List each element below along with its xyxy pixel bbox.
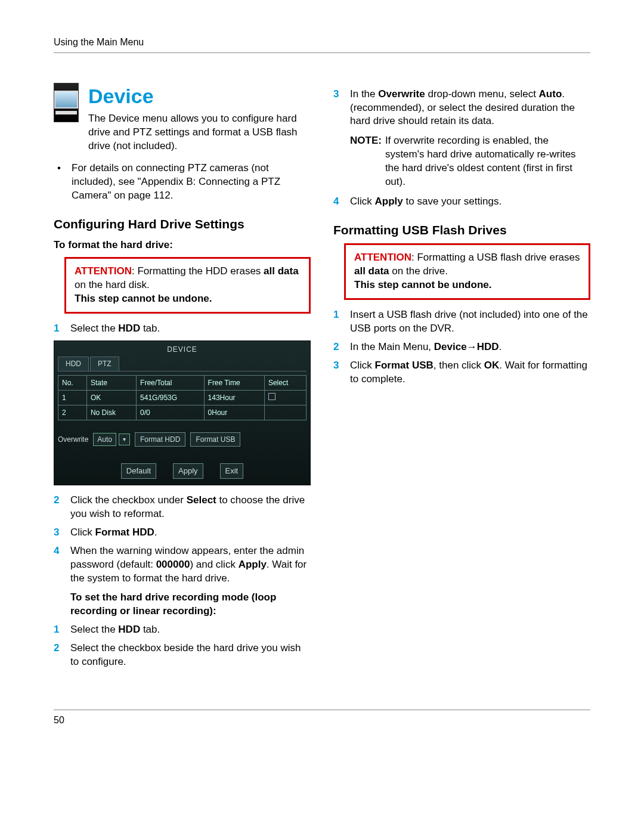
apply-button[interactable]: Apply	[173, 463, 203, 479]
list-item: 2 Click the checkbox under Select to cho…	[54, 494, 311, 521]
bold: Auto	[539, 88, 562, 100]
attention-bold1: all data	[264, 265, 299, 277]
attention-text2: on the drive.	[389, 265, 448, 277]
col-select: Select	[264, 375, 306, 390]
text: ) and click	[190, 559, 238, 570]
step-number: 1	[54, 623, 64, 637]
list-item: 2 Select the checkbox beside the hard dr…	[54, 642, 311, 669]
dvr-controls-row: Overwrite Auto ▾ Format HDD Format USB	[58, 432, 306, 447]
text: tab.	[140, 624, 160, 635]
bold: Format USB	[375, 360, 434, 371]
step-body: Insert a USB flash drive (not included) …	[350, 308, 590, 336]
format-usb-button[interactable]: Format USB	[190, 432, 240, 447]
format-hdd-button[interactable]: Format HDD	[135, 432, 185, 447]
attention-hdd-box: ATTENTION: Formatting the HDD erases all…	[64, 257, 311, 314]
step-number: 3	[333, 88, 344, 129]
default-button[interactable]: Default	[121, 463, 156, 479]
overwrite-note: NOTE: If overwrite recording is enabled,…	[350, 134, 590, 189]
attention-text1: : Formatting a USB flash drive erases	[411, 252, 580, 263]
step-body: Select the HDD tab.	[70, 322, 311, 336]
cell: 541G/953G	[137, 390, 204, 405]
dvr-hdd-table: No. State Free/Total Free Time Select 1 …	[58, 375, 306, 421]
exit-button[interactable]: Exit	[220, 463, 244, 479]
note-body: If overwrite recording is enabled, the s…	[385, 134, 590, 189]
col-state: State	[86, 375, 136, 390]
device-intro: The Device menu allows you to configure …	[88, 112, 311, 153]
cell	[264, 390, 306, 405]
right-steps-continued: 3 In the Overwrite drop-down menu, selec…	[333, 88, 590, 129]
page-header: Using the Main Menu	[54, 36, 590, 53]
table-row: 2 No Disk 0/0 0Hour	[58, 405, 306, 420]
keyboard-icon	[55, 111, 77, 114]
step-number: 2	[54, 494, 64, 521]
bold: Apply	[239, 559, 267, 570]
text: Select the	[70, 323, 118, 334]
step-body: In the Overwrite drop-down menu, select …	[350, 88, 590, 129]
device-heading-row: Device The Device menu allows you to con…	[54, 83, 311, 154]
attention-label: ATTENTION	[75, 265, 132, 277]
step-number: 3	[333, 359, 344, 386]
col-time: Free Time	[204, 375, 264, 390]
text: In the	[350, 88, 378, 100]
attention-text1: : Formatting the HDD erases	[132, 265, 264, 277]
list-item: 2 In the Main Menu, Device→HDD.	[333, 340, 590, 354]
text: In the Main Menu,	[350, 341, 434, 352]
note-label: NOTE:	[350, 134, 382, 189]
tab-hdd[interactable]: HDD	[58, 357, 89, 370]
text: .	[499, 341, 501, 352]
dvr-tabs: HDD PTZ	[58, 357, 306, 371]
table-row: No. State Free/Total Free Time Select	[58, 375, 306, 390]
recording-mode-label: To set the hard drive recording mode (lo…	[70, 591, 311, 618]
attention-final1: This step cannot be undone.	[75, 293, 212, 304]
step-body: Click Format HDD.	[70, 526, 311, 540]
list-item: 1 Select the HDD tab.	[54, 322, 311, 336]
list-item: 4 When the warning window appears, enter…	[54, 544, 311, 586]
bold: Device→HDD	[434, 341, 499, 352]
list-item: 3 In the Overwrite drop-down menu, selec…	[333, 88, 590, 129]
step-body: Click the checkbox under Select to choos…	[70, 494, 311, 521]
text: Select the	[70, 624, 118, 635]
step-number: 1	[333, 308, 344, 336]
step-body: Click Apply to save your settings.	[350, 195, 590, 209]
cell: No Disk	[86, 405, 136, 420]
step-number: 3	[54, 526, 64, 540]
attention-label: ATTENTION	[354, 252, 411, 263]
text: to save your settings.	[403, 196, 501, 207]
ptz-bullet: • For details on connecting PTZ cameras …	[57, 162, 311, 203]
dvr-window-title: DEVICE	[58, 345, 306, 354]
cell: 1	[58, 390, 87, 405]
overwrite-select[interactable]: Auto ▾	[93, 433, 130, 446]
bold: Apply	[375, 196, 403, 207]
step-number: 4	[54, 544, 64, 586]
attention-final2: This step cannot be undone.	[354, 279, 491, 290]
attention-usb-box: ATTENTION: Formatting a USB flash drive …	[344, 243, 590, 300]
text: drop-down menu, select	[425, 88, 539, 100]
bold: Format HDD	[95, 527, 154, 538]
attention-text2: on the hard disk.	[75, 279, 150, 290]
step-number: 1	[54, 322, 64, 336]
step-body: Select the HDD tab.	[70, 623, 311, 637]
overwrite-label: Overwrite	[58, 435, 88, 444]
bold: 000000	[156, 559, 190, 570]
bullet-dot: •	[57, 162, 66, 203]
text: .	[154, 527, 157, 538]
format-steps-list-cont: 2 Click the checkbox under Select to cho…	[54, 494, 311, 586]
tab-ptz[interactable]: PTZ	[90, 357, 119, 370]
left-column: Device The Device menu allows you to con…	[54, 83, 311, 674]
dvr-bottom-buttons: Default Apply Exit	[58, 463, 306, 479]
format-hdd-label: To format the hard drive:	[54, 239, 311, 252]
mode-steps-list: 1 Select the HDD tab. 2 Select the check…	[54, 623, 311, 669]
format-steps-list: 1 Select the HDD tab.	[54, 322, 311, 336]
select-checkbox[interactable]	[268, 393, 275, 400]
cell: 2	[58, 405, 87, 420]
bold: HDD	[118, 323, 140, 334]
step-body: Click Format USB, then click OK. Wait fo…	[350, 359, 590, 386]
section-hdd-title: Configuring Hard Drive Settings	[54, 216, 311, 233]
list-item: 4 Click Apply to save your settings.	[333, 195, 590, 209]
device-heading-text: Device The Device menu allows you to con…	[88, 83, 311, 154]
list-item: 3 Click Format USB, then click OK. Wait …	[333, 359, 590, 386]
text: Click	[70, 527, 95, 538]
cell: 143Hour	[204, 390, 264, 405]
text: Click	[350, 360, 375, 371]
step-number: 4	[333, 195, 344, 209]
